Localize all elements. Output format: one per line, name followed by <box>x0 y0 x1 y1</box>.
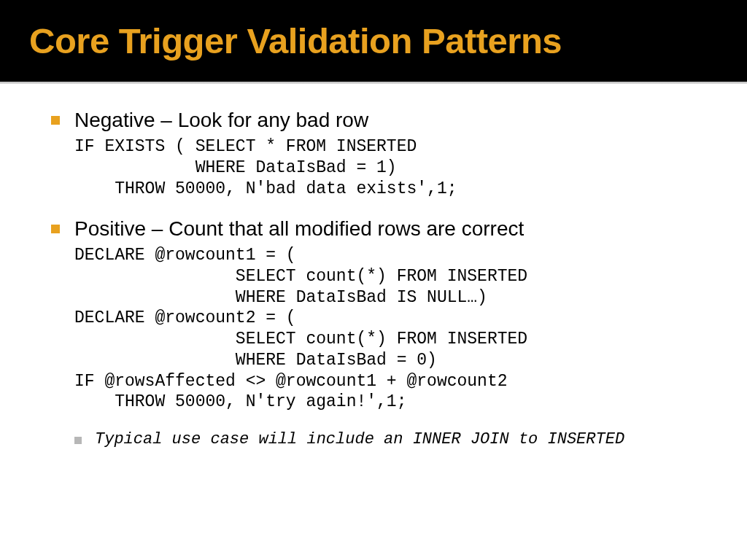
note-item: Typical use case will include an INNER J… <box>74 430 696 448</box>
square-bullet-icon <box>51 116 60 125</box>
slide-title: Core Trigger Validation Patterns <box>29 20 718 61</box>
square-bullet-icon <box>74 437 82 444</box>
code-block: DECLARE @rowcount1 = ( SELECT count(*) F… <box>74 245 696 413</box>
title-bar: Core Trigger Validation Patterns <box>0 0 747 82</box>
code-block: IF EXISTS ( SELECT * FROM INSERTED WHERE… <box>74 136 696 199</box>
square-bullet-icon <box>51 225 60 233</box>
note-text: Typical use case will include an INNER J… <box>95 430 624 448</box>
bullet-label: Positive – Count that all modified rows … <box>74 216 524 242</box>
bullet-item: Positive – Count that all modified rows … <box>51 216 696 242</box>
slide: Core Trigger Validation Patterns Negativ… <box>0 0 747 560</box>
bullet-label: Negative – Look for any bad row <box>74 107 368 133</box>
bullet-item: Negative – Look for any bad row <box>51 107 696 133</box>
content-area: Negative – Look for any bad row IF EXIST… <box>0 84 747 448</box>
